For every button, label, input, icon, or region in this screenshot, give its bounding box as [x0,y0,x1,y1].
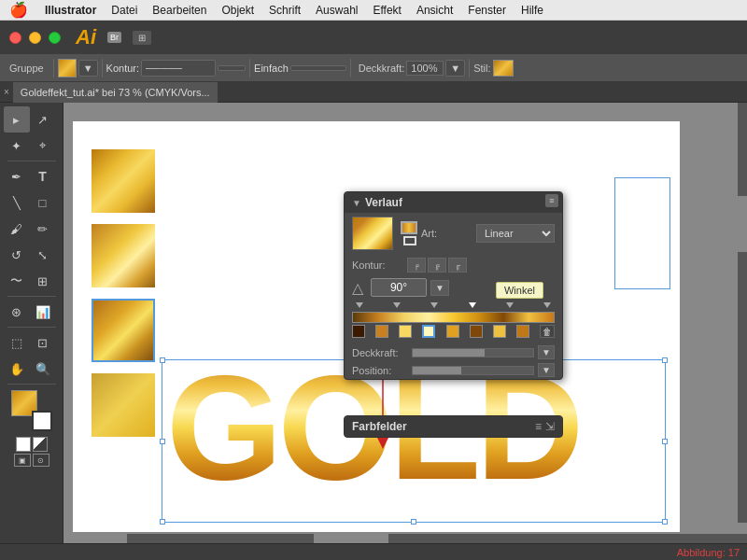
menu-objekt[interactable]: Objekt [214,0,261,21]
rect-tool[interactable]: □ [30,189,56,216]
horizontal-scrollbar[interactable] [127,534,747,543]
symbol-tool[interactable]: ⊛ [4,299,30,325]
menu-schrift[interactable]: Schrift [261,0,308,21]
window-minimize-button[interactable] [29,32,41,44]
panel-menu-button[interactable]: ≡ [545,194,558,207]
farbfelder-menu-icon[interactable]: ≡ [535,420,542,433]
grid-button[interactable]: ⊞ [133,31,151,45]
horizontal-scroll-thumb[interactable] [314,534,388,543]
selection-tool[interactable]: ▸ [4,106,30,133]
artboard-tool[interactable]: ⬚ [4,329,30,356]
fill-dropdown[interactable]: ▼ [78,60,98,77]
menu-datei[interactable]: Datei [104,0,145,21]
stop-7[interactable] [493,325,506,338]
selection-handle-br[interactable] [662,519,668,525]
deckkraft-input[interactable]: 100% [406,61,444,76]
draw-inside-button[interactable]: ⊙ [33,454,49,467]
free-transform-tool[interactable]: ⊞ [30,268,56,294]
stop-8[interactable] [516,325,529,338]
stroke-color-swatch[interactable] [32,411,52,431]
gold-swatch-2[interactable] [92,224,155,287]
kontur-icon-2[interactable]: ╔ [428,258,446,273]
direct-selection-tool[interactable]: ↗ [30,106,56,133]
vertical-scroll-thumb[interactable] [738,196,747,252]
farbfelder-titlebar[interactable]: Farbfelder ≡ ⇲ [345,416,562,437]
vertical-scrollbar[interactable] [738,103,747,523]
doc-close-button[interactable]: × [0,87,13,97]
graph-tool[interactable]: 📊 [30,299,56,325]
slice-tool[interactable]: ⊡ [30,329,56,356]
fill-button[interactable] [401,221,417,234]
farbfelder-icons: ≡ ⇲ [535,420,555,433]
selection-handle-tl[interactable] [160,357,165,363]
magic-wand-tool[interactable]: ✦ [4,133,30,159]
deckkraft-dropdown[interactable]: ▼ [445,60,465,77]
deckkraft-dropdown[interactable]: ▼ [538,345,555,359]
kontur-dropdown[interactable]: ───── [141,60,216,77]
apple-menu[interactable]: 🍎 [0,1,37,19]
lasso-tool[interactable]: ⌖ [30,133,56,159]
panel-collapse-arrow[interactable]: ▼ [352,198,361,208]
menu-fenster[interactable]: Fenster [460,0,514,21]
stop-2[interactable] [375,325,388,338]
stop-3[interactable] [399,325,412,338]
gold-swatch-3-selected[interactable] [92,299,155,362]
selection-handle-bm[interactable] [411,519,416,525]
gradient-panel-titlebar[interactable]: ▼ Verlauf ≡ [345,192,562,213]
menu-auswahl[interactable]: Auswahl [308,0,365,21]
gradient-bar[interactable] [352,312,555,323]
art-select[interactable]: Linear [476,224,555,243]
kontur-icon-3[interactable]: ╓ [448,258,467,273]
gradient-preview-swatch[interactable] [352,217,393,250]
farbfelder-expand-icon[interactable]: ⇲ [545,420,555,433]
position-slider[interactable] [412,366,534,375]
selection-handle-tr[interactable] [662,357,668,363]
angle-dropdown[interactable]: ▼ [430,280,449,296]
swap-colors-button[interactable] [33,437,48,452]
zoom-tool[interactable]: 🔍 [30,356,56,382]
angle-row-container: △ 90° ▼ Winkel [345,276,562,299]
scale-tool[interactable]: ⤡ [30,242,56,268]
gold-swatch-4[interactable] [92,373,155,437]
stroke-button[interactable] [403,236,416,245]
warp-tool[interactable]: 〜 [4,268,30,294]
canvas-area[interactable]: GOLD ▼ Verlauf ≡ [63,103,747,560]
tool-row-9: ⬚ ⊡ [4,329,60,356]
rotate-tool[interactable]: ↺ [4,242,30,268]
stop-6[interactable] [470,325,483,338]
pencil-tool[interactable]: ✏ [30,216,56,242]
menu-illustrator[interactable]: Illustrator [37,0,104,21]
deckkraft-slider[interactable] [412,348,534,357]
default-colors-button[interactable] [16,437,31,452]
hand-tool[interactable]: ✋ [4,356,30,382]
selection-handle-bl[interactable] [160,519,165,525]
menu-bearbeiten[interactable]: Bearbeiten [145,0,214,21]
bridge-badge[interactable]: Br [107,32,121,43]
kontur-icon-1[interactable]: ╒ [407,258,426,273]
menu-hilfe[interactable]: Hilfe [514,0,551,21]
type-tool[interactable]: T [30,163,56,189]
doc-tab-name[interactable]: Goldeffekt_tut.ai* bei 73 % (CMYK/Vors..… [13,82,218,103]
stil-swatch[interactable] [493,60,514,77]
window-close-button[interactable] [9,32,21,44]
menu-effekt[interactable]: Effekt [365,0,408,21]
delete-stop-button[interactable]: 🗑 [540,325,555,338]
selection-handle-ml[interactable] [160,439,165,444]
angle-input[interactable]: 90° [371,278,427,297]
pen-tool[interactable]: ✒ [4,163,30,189]
stop-5[interactable] [446,325,459,338]
line-tool[interactable]: ╲ [4,189,30,216]
menu-ansicht[interactable]: Ansicht [409,0,460,21]
fill-swatch[interactable] [58,59,77,77]
style-dropdown[interactable] [290,65,346,71]
panel-controls: ≡ [545,194,558,207]
selection-handle-mr[interactable] [662,439,668,444]
normal-mode-button[interactable]: ▣ [14,454,31,467]
window-maximize-button[interactable] [49,32,61,44]
gold-swatch-1[interactable] [92,149,155,213]
stroke-color-dropdown[interactable] [218,65,246,71]
paintbrush-tool[interactable]: 🖌 [4,216,30,242]
position-dropdown[interactable]: ▼ [538,363,555,377]
stop-4-selected[interactable] [422,325,435,338]
stop-1[interactable] [352,325,365,338]
